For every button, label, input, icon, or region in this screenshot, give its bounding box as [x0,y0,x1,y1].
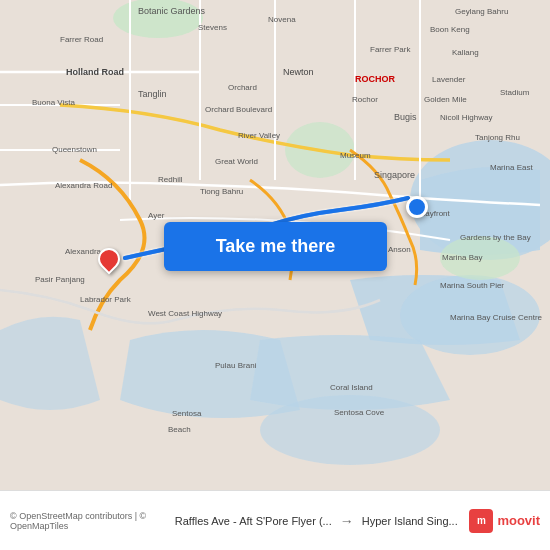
svg-text:Lavender: Lavender [432,75,466,84]
svg-text:Novena: Novena [268,15,296,24]
svg-text:Bugis: Bugis [394,112,417,122]
svg-text:Sentosa: Sentosa [172,409,202,418]
svg-text:Coral Island: Coral Island [330,383,373,392]
moovit-logo: m moovit [469,509,540,533]
route-to: Hyper Island Sing... [362,515,458,527]
svg-text:Labrador Park: Labrador Park [80,295,132,304]
route-info: Raffles Ave - Aft S'Pore Flyer (... → Hy… [163,513,469,529]
svg-text:River Valley: River Valley [238,131,280,140]
svg-text:Farrer Road: Farrer Road [60,35,103,44]
svg-text:Alexandra Road: Alexandra Road [55,181,112,190]
svg-text:Kallang: Kallang [452,48,479,57]
svg-text:Nicoll Highway: Nicoll Highway [440,113,492,122]
svg-text:Stevens: Stevens [198,23,227,32]
svg-point-2 [260,395,440,465]
svg-text:Tanglin: Tanglin [138,89,167,99]
svg-text:Marina East: Marina East [490,163,533,172]
svg-text:West Coast Highway: West Coast Highway [148,309,222,318]
origin-pin [100,248,118,278]
svg-text:Farrer Park: Farrer Park [370,45,411,54]
svg-text:Newton: Newton [283,67,314,77]
svg-text:Rochor: Rochor [352,95,378,104]
svg-text:Beach: Beach [168,425,191,434]
destination-pin [406,196,428,218]
route-from: Raffles Ave - Aft S'Pore Flyer (... [175,515,332,527]
svg-text:Marina Bay Cruise Centre: Marina Bay Cruise Centre [450,313,543,322]
svg-text:Anson: Anson [388,245,411,254]
map-attribution: © OpenStreetMap contributors | © OpenMap… [10,511,163,531]
svg-text:Gardens by the Bay: Gardens by the Bay [460,233,531,242]
svg-text:Ayer: Ayer [148,211,165,220]
svg-text:Golden Mile: Golden Mile [424,95,467,104]
map-container: Botanic Gardens Stevens Novena Geylang B… [0,0,550,490]
svg-text:Geylang Bahru: Geylang Bahru [455,7,508,16]
svg-text:Great World: Great World [215,157,258,166]
svg-text:Boon Keng: Boon Keng [430,25,470,34]
svg-text:Holland Road: Holland Road [66,67,124,77]
svg-text:Alexandra: Alexandra [65,247,102,256]
svg-text:Marina Bay: Marina Bay [442,253,482,262]
svg-text:Botanic Gardens: Botanic Gardens [138,6,206,16]
svg-text:Singapore: Singapore [374,170,415,180]
svg-text:Tiong Bahru: Tiong Bahru [200,187,243,196]
svg-text:Museum: Museum [340,151,371,160]
svg-text:Sentosa Cove: Sentosa Cove [334,408,385,417]
svg-text:Marina South Pier: Marina South Pier [440,281,504,290]
take-me-there-button[interactable]: Take me there [164,222,387,271]
svg-text:Redhill: Redhill [158,175,183,184]
svg-text:Stadium: Stadium [500,88,530,97]
svg-text:Orchard Boulevard: Orchard Boulevard [205,105,272,114]
svg-text:ROCHOR: ROCHOR [355,74,395,84]
svg-text:Queenstown: Queenstown [52,145,97,154]
bottom-bar: © OpenStreetMap contributors | © OpenMap… [0,490,550,550]
moovit-brand-text: moovit [497,513,540,528]
svg-text:Tanjong Rhu: Tanjong Rhu [475,133,520,142]
svg-text:Pulau Brani: Pulau Brani [215,361,257,370]
svg-text:Pasir Panjang: Pasir Panjang [35,275,85,284]
route-arrow-icon: → [340,513,354,529]
svg-text:Orchard: Orchard [228,83,257,92]
moovit-icon: m [469,509,493,533]
svg-text:Buona Vista: Buona Vista [32,98,76,107]
